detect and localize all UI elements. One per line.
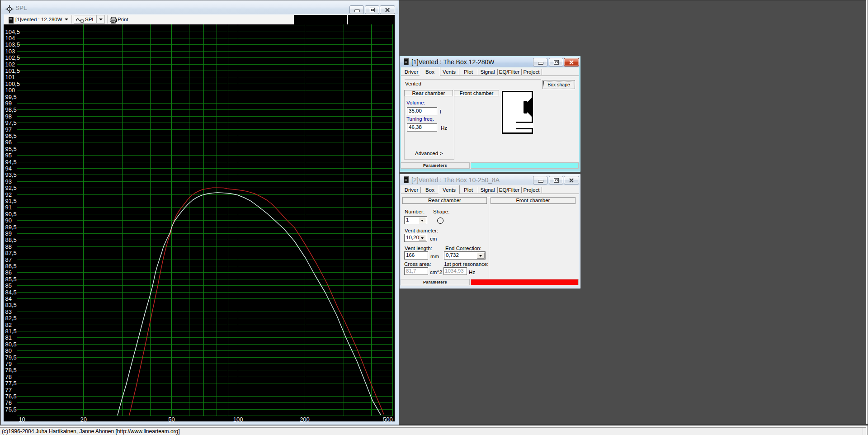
svg-text:82,5: 82,5 bbox=[5, 315, 17, 322]
svg-text:92: 92 bbox=[5, 191, 12, 198]
svg-text:100,5: 100,5 bbox=[5, 80, 20, 87]
svg-text:76: 76 bbox=[5, 399, 12, 406]
svg-text:77: 77 bbox=[5, 387, 12, 393]
svg-text:79,5: 79,5 bbox=[5, 354, 17, 361]
svg-text:82: 82 bbox=[5, 322, 12, 328]
svg-text:10: 10 bbox=[19, 416, 25, 421]
svg-text:80: 80 bbox=[5, 347, 12, 354]
svg-text:78: 78 bbox=[5, 374, 12, 380]
svg-text:99: 99 bbox=[5, 100, 12, 107]
svg-text:76,5: 76,5 bbox=[5, 393, 17, 400]
svg-text:93,5: 93,5 bbox=[5, 171, 17, 178]
svg-text:85: 85 bbox=[5, 282, 12, 289]
svg-text:100: 100 bbox=[233, 416, 243, 421]
svg-text:104,5: 104,5 bbox=[5, 28, 20, 35]
svg-text:78,5: 78,5 bbox=[5, 367, 17, 374]
svg-text:94: 94 bbox=[5, 165, 12, 172]
svg-text:97,5: 97,5 bbox=[5, 119, 17, 126]
svg-text:89,5: 89,5 bbox=[5, 224, 17, 231]
svg-text:90,5: 90,5 bbox=[5, 211, 17, 218]
svg-text:91: 91 bbox=[5, 204, 12, 211]
svg-text:95: 95 bbox=[5, 152, 12, 159]
svg-text:103,5: 103,5 bbox=[5, 41, 20, 48]
svg-text:20: 20 bbox=[80, 416, 86, 421]
svg-text:83: 83 bbox=[5, 308, 12, 315]
svg-text:88,5: 88,5 bbox=[5, 236, 17, 243]
svg-text:98: 98 bbox=[5, 113, 12, 120]
svg-text:84,5: 84,5 bbox=[5, 289, 17, 296]
svg-text:91,5: 91,5 bbox=[5, 198, 17, 204]
svg-text:79: 79 bbox=[5, 360, 12, 367]
svg-text:96,5: 96,5 bbox=[5, 132, 17, 139]
svg-text:98,5: 98,5 bbox=[5, 106, 17, 113]
svg-text:90: 90 bbox=[5, 217, 12, 224]
svg-text:84: 84 bbox=[5, 295, 12, 302]
svg-text:101,5: 101,5 bbox=[5, 67, 20, 74]
svg-text:89: 89 bbox=[5, 230, 12, 237]
svg-text:77,5: 77,5 bbox=[5, 380, 17, 387]
svg-text:83,5: 83,5 bbox=[5, 302, 17, 308]
svg-text:96: 96 bbox=[5, 139, 12, 146]
svg-text:100: 100 bbox=[5, 87, 15, 94]
svg-text:85,5: 85,5 bbox=[5, 276, 17, 283]
svg-text:87,5: 87,5 bbox=[5, 250, 17, 256]
svg-text:80,5: 80,5 bbox=[5, 341, 17, 348]
svg-text:97: 97 bbox=[5, 126, 12, 133]
svg-text:99,5: 99,5 bbox=[5, 94, 17, 100]
svg-text:88: 88 bbox=[5, 243, 12, 250]
svg-text:101: 101 bbox=[5, 74, 15, 80]
svg-text:87: 87 bbox=[5, 256, 12, 263]
svg-text:200: 200 bbox=[300, 416, 310, 421]
svg-text:103: 103 bbox=[5, 48, 15, 55]
svg-text:500: 500 bbox=[383, 416, 393, 421]
svg-text:81,5: 81,5 bbox=[5, 328, 17, 335]
svg-text:95,5: 95,5 bbox=[5, 146, 17, 152]
svg-text:94,5: 94,5 bbox=[5, 159, 17, 165]
svg-text:92,5: 92,5 bbox=[5, 184, 17, 191]
svg-text:104: 104 bbox=[5, 35, 15, 42]
svg-text:93: 93 bbox=[5, 178, 12, 185]
svg-text:75,5: 75,5 bbox=[5, 406, 17, 413]
svg-text:102: 102 bbox=[5, 61, 15, 68]
svg-text:86: 86 bbox=[5, 269, 12, 276]
svg-text:86,5: 86,5 bbox=[5, 263, 17, 270]
svg-text:81: 81 bbox=[5, 334, 12, 341]
svg-text:102,5: 102,5 bbox=[5, 54, 20, 61]
svg-text:50: 50 bbox=[168, 416, 175, 421]
